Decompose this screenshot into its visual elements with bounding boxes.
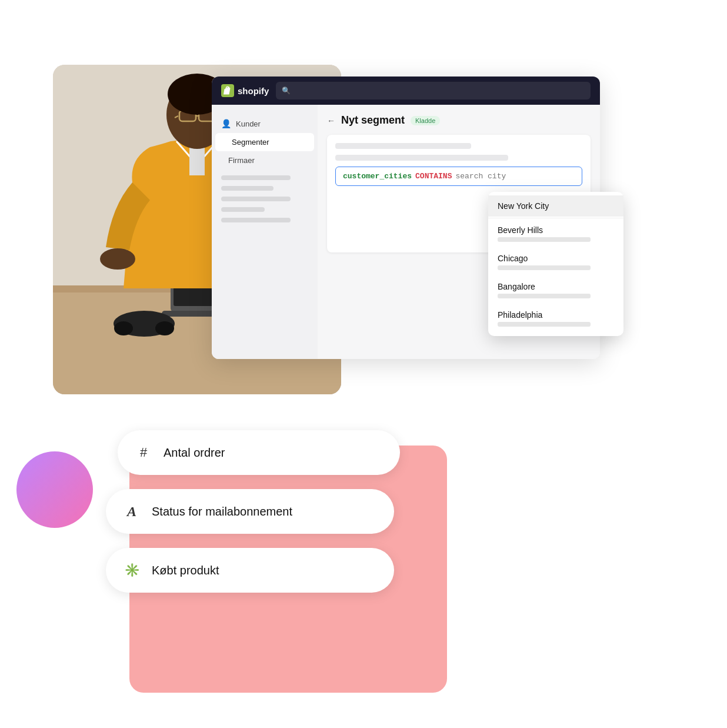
hash-icon: # [134, 445, 153, 460]
svg-point-9 [114, 321, 133, 335]
city-name-chicago: Chicago [498, 254, 614, 263]
sidebar-item-label-firmaer: Firmaer [228, 156, 255, 165]
status-badge: Kladde [411, 116, 440, 125]
page-title: Nyt segment [341, 114, 405, 127]
card-koebt-produkt[interactable]: ✳️ Købt produkt [106, 548, 394, 593]
city-name-bangalore: Bangalore [498, 282, 614, 291]
editor-placeholder-1 [335, 143, 471, 149]
city-name-nyc: New York City [498, 201, 614, 211]
letter-a-icon: A [122, 504, 141, 520]
city-name-bh: Beverly Hills [498, 225, 614, 235]
dropdown-item-bangalore[interactable]: Bangalore [488, 276, 623, 304]
svg-point-10 [155, 321, 174, 335]
shopify-logo: shopify [221, 84, 269, 97]
shopify-logo-icon [221, 84, 234, 97]
city-search-input[interactable] [455, 172, 549, 181]
sidebar-grey-line-5 [221, 218, 291, 222]
svg-point-20 [100, 248, 135, 270]
sidebar-item-label: Kunder [236, 119, 261, 128]
search-icon: 🔍 [282, 87, 291, 95]
dropdown-item-bh[interactable]: Beverly Hills [488, 220, 623, 248]
editor-placeholder-2 [335, 155, 508, 161]
sidebar-item-label-segmenter: Segmenter [232, 138, 269, 147]
city-sub-bh [498, 237, 591, 242]
code-editor-line[interactable]: customer_cities CONTAINS [335, 167, 582, 186]
decorative-blob [16, 451, 93, 528]
card-antal-label: Antal ordrer [164, 446, 225, 460]
shopify-logo-text: shopify [238, 86, 269, 96]
page-header: ← Nyt segment Kladde [327, 114, 591, 127]
sidebar-item-kunder[interactable]: 👤 Kunder [212, 114, 318, 133]
sidebar-grey-line-3 [221, 197, 291, 201]
card-status-mail[interactable]: A Status for mailabonnement [106, 489, 394, 534]
city-dropdown: New York City Beverly Hills Chicago Bang… [488, 192, 623, 336]
window-body: 👤 Kunder Segmenter Firmaer [212, 105, 600, 359]
sidebar-grey-line-4 [221, 207, 265, 212]
card-koebt-label: Købt produkt [152, 564, 219, 577]
shopify-topbar: shopify 🔍 [212, 77, 600, 105]
shopify-window: shopify 🔍 👤 Kunder Segmenter Firmaer [212, 77, 600, 359]
back-button[interactable]: ← [327, 116, 335, 125]
dropdown-item-chicago[interactable]: Chicago [488, 248, 623, 276]
dropdown-item-nyc[interactable]: New York City [488, 195, 623, 217]
sidebar-item-segmenter[interactable]: Segmenter [215, 133, 314, 151]
card-status-label: Status for mailabonnement [152, 505, 292, 518]
dropdown-divider-1 [488, 218, 623, 218]
sidebar: 👤 Kunder Segmenter Firmaer [212, 105, 318, 359]
code-operator: CONTAINS [415, 172, 452, 181]
sidebar-placeholder-lines [212, 169, 318, 234]
city-name-philadelphia: Philadelphia [498, 310, 614, 320]
sidebar-grey-line-2 [221, 186, 274, 191]
sidebar-grey-line-1 [221, 175, 291, 180]
person-icon: 👤 [221, 119, 231, 128]
main-content: ← Nyt segment Kladde customer_cities CON… [318, 105, 600, 359]
city-sub-bangalore [498, 294, 591, 298]
sidebar-item-firmaer[interactable]: Firmaer [212, 151, 318, 169]
global-search-bar[interactable]: 🔍 [276, 82, 591, 99]
code-keyword: customer_cities [343, 172, 412, 181]
city-sub-chicago [498, 265, 591, 270]
scene: shopify 🔍 👤 Kunder Segmenter Firmaer [0, 0, 727, 728]
card-antal-ordrer[interactable]: # Antal ordrer [118, 430, 400, 475]
dropdown-item-philadelphia[interactable]: Philadelphia [488, 304, 623, 333]
sparkle-icon: ✳️ [122, 563, 141, 578]
city-sub-philadelphia [498, 322, 591, 327]
